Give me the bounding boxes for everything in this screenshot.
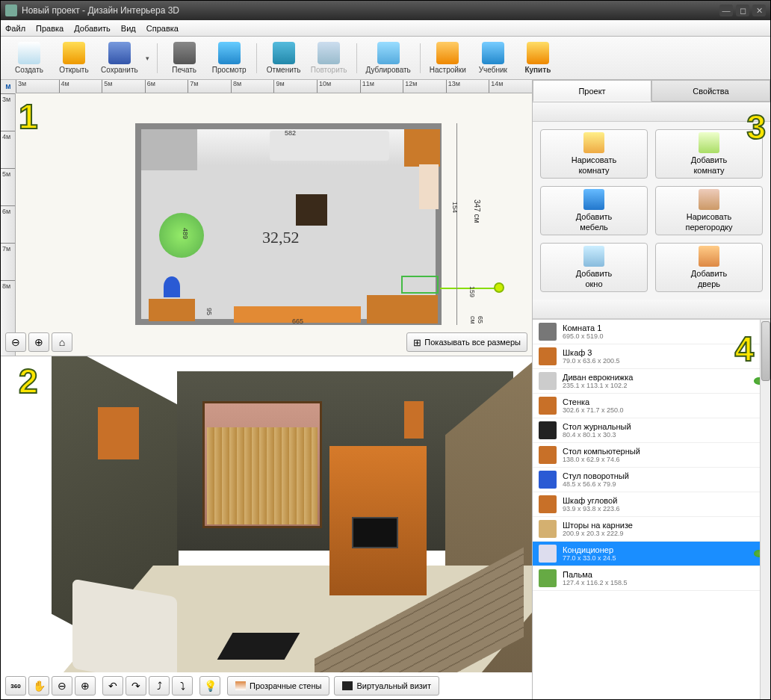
furniture-desk[interactable] (141, 129, 197, 170)
object-name: Стенка (563, 397, 764, 406)
wall-icon (235, 681, 246, 690)
dimension: 665 (292, 318, 303, 325)
object-list[interactable]: Комната 1 695.0 x 519.0 Шкаф 3 79.0 x 63… (533, 319, 770, 699)
chevron-down-icon[interactable]: ▾ (146, 55, 149, 62)
callout-3: 3 (746, 107, 766, 147)
furniture-wallunit[interactable] (367, 295, 438, 323)
close-button[interactable]: ✕ (752, 4, 766, 16)
list-item[interactable]: Шкаф угловой 93.9 x 93.8 x 223.6 (533, 492, 770, 517)
virtual-visit-button[interactable]: Виртуальный визит (334, 676, 439, 696)
redo-icon (318, 42, 340, 64)
new-button[interactable]: Создать (11, 42, 47, 74)
object-icon (539, 347, 557, 365)
open-button[interactable]: Открыть (56, 42, 92, 74)
object-dimensions: 235.1 x 113.1 x 102.2 (563, 382, 754, 389)
object-name: Стол журнальный (563, 422, 764, 431)
dimension: 582 (285, 129, 296, 137)
list-item[interactable]: Стол журнальный 80.4 x 80.1 x 30.3 (533, 418, 770, 443)
separator (356, 43, 357, 73)
duplicate-button[interactable]: Дублировать (366, 42, 411, 74)
rotate-left-button[interactable]: ↶ (102, 676, 123, 696)
scrollbar[interactable] (760, 320, 770, 699)
print-button[interactable]: Печать (167, 42, 202, 74)
scrollbar-thumb[interactable] (761, 321, 770, 381)
menu-edit[interactable]: Правка (36, 24, 64, 33)
zoom-in-button[interactable]: ⊕ (28, 332, 49, 352)
scene-3d[interactable] (1, 356, 532, 672)
dimension: 65 см (469, 316, 484, 330)
furniture-table[interactable] (296, 194, 327, 226)
redo-button[interactable]: Повторить (311, 42, 347, 74)
rotate-360-button[interactable]: 360 (5, 676, 26, 696)
preview-button[interactable]: Просмотр (211, 42, 247, 74)
save-icon (108, 42, 131, 64)
furniture-desk2[interactable] (149, 299, 195, 321)
tilt-up-button[interactable]: ⤴ (149, 676, 170, 696)
list-item[interactable]: Стенка 302.6 x 71.7 x 250.0 (533, 394, 770, 418)
add-door-button[interactable]: Добавить дверь (655, 243, 763, 292)
save-button[interactable]: Сохранить (101, 42, 138, 74)
object-dimensions: 302.6 x 71.7 x 250.0 (563, 406, 764, 414)
furniture-chair[interactable] (164, 276, 180, 297)
object-icon (539, 545, 557, 563)
settings-button[interactable]: Настройки (430, 42, 466, 74)
gear-icon (436, 42, 459, 64)
minimize-button[interactable]: — (719, 4, 733, 16)
light-button[interactable]: 💡 (199, 676, 220, 696)
maximize-button[interactable]: ◻ (736, 4, 749, 16)
ruler-horizontal: 3м4м5м6м7м8м9м10м11м12м13м14м (16, 80, 532, 93)
object-icon (539, 421, 557, 439)
list-item[interactable]: Стул поворотный 48.5 x 56.6 x 79.9 (533, 468, 770, 492)
zoom-out-3d-button[interactable]: ⊖ (52, 676, 72, 696)
draw-room-button[interactable]: Нарисовать комнату (540, 129, 648, 179)
tab-properties[interactable]: Свойства (651, 80, 770, 102)
furniture-cabinet[interactable] (404, 129, 440, 167)
undo-button[interactable]: Отменить (266, 42, 302, 74)
show-dimensions-button[interactable]: Показывать все размеры (406, 332, 527, 352)
view-3d[interactable]: 360 ✋ ⊖ ⊕ ↶ ↷ ⤴ ⤵ 💡 Прозрачные стены Вир… (1, 356, 532, 699)
furniture-cabinet2[interactable] (419, 164, 439, 209)
object-name: Диван еврокнижка (563, 373, 754, 382)
menu-add[interactable]: Добавить (74, 24, 111, 33)
object-icon (539, 372, 557, 390)
add-window-button[interactable]: Добавить окно (540, 243, 648, 292)
camera-icon (342, 681, 353, 690)
list-item[interactable]: Диван еврокнижка 235.1 x 113.1 x 102.2 (533, 369, 770, 394)
object-icon (539, 323, 557, 341)
menu-help[interactable]: Справка (146, 24, 179, 33)
zoom-in-3d-button[interactable]: ⊕ (75, 676, 96, 696)
object-dimensions: 138.0 x 62.9 x 74.6 (563, 456, 764, 463)
list-item[interactable]: Шторы на карнизе 200.9 x 20.3 x 222.9 (533, 517, 770, 542)
draw-partition-button[interactable]: Нарисовать перегородку (655, 186, 763, 235)
duplicate-icon (377, 42, 400, 64)
tutorial-button[interactable]: Учебник (475, 42, 511, 74)
list-item[interactable]: Пальма 127.4 x 116.2 x 158.5 (533, 566, 770, 591)
toolbar: Создать Открыть Сохранить ▾ Печать Просм… (1, 37, 770, 80)
plan-canvas[interactable]: 32,52 582 154 159 65 см 489 665 95 347 с… (16, 93, 532, 330)
dimension: 95 (205, 308, 213, 315)
object-icon (539, 471, 557, 489)
list-item[interactable]: Стол компьютерный 138.0 x 62.9 x 74.6 (533, 443, 770, 468)
rotate-right-button[interactable]: ↷ (126, 676, 146, 696)
transparent-walls-button[interactable]: Прозрачные стены (227, 676, 329, 696)
buy-button[interactable]: Купить (520, 42, 556, 74)
view2d-toolbar: ⊖ ⊕ ⌂ Показывать все размеры (5, 332, 527, 353)
object-name: Шкаф угловой (563, 496, 764, 505)
tilt-down-button[interactable]: ⤵ (172, 676, 193, 696)
menu-view[interactable]: Вид (121, 24, 136, 33)
window-icon (583, 246, 604, 267)
selection-handle[interactable] (494, 282, 504, 293)
list-item[interactable]: Кондиционер 77.0 x 33.0 x 24.5 (533, 542, 770, 566)
menu-file[interactable]: Файл (5, 24, 25, 33)
zoom-out-button[interactable]: ⊖ (5, 332, 26, 352)
section-header (533, 300, 770, 319)
add-furniture-button[interactable]: Добавить мебель (540, 186, 648, 235)
home-button[interactable]: ⌂ (52, 332, 72, 352)
menubar: Файл Правка Добавить Вид Справка (1, 20, 770, 37)
furniture-ac-selected[interactable] (401, 276, 439, 294)
callout-2: 2 (19, 361, 38, 401)
titlebar: Новый проект - Дизайн Интерьера 3D — ◻ ✕ (1, 1, 770, 20)
tab-project[interactable]: Проект (533, 80, 651, 102)
view-2d[interactable]: м 3м4м5м6м7м8м9м10м11м12м13м14м 3м4м5м6м… (1, 80, 532, 356)
pan-button[interactable]: ✋ (28, 676, 49, 696)
